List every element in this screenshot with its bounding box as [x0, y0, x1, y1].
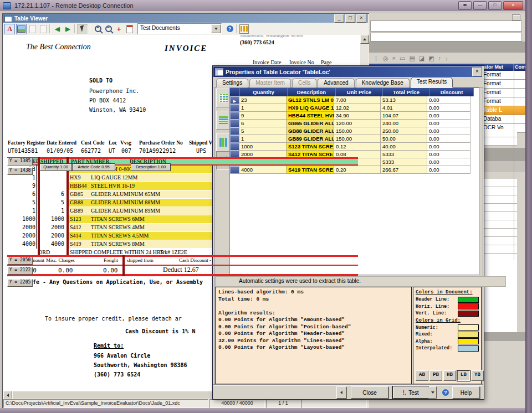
cell-unit-price[interactable]: 12.02 — [334, 104, 381, 112]
rdp-fullscreen-button[interactable]: ◂▸ — [458, 1, 472, 10]
cell-quantity[interactable]: 1 — [239, 104, 287, 112]
cell-discount[interactable]: 0.00 — [427, 96, 470, 104]
cell-unit-price[interactable]: 150.00 — [334, 127, 381, 135]
tv-close-button[interactable]: × — [356, 14, 366, 23]
cell-quantity[interactable]: 1 — [239, 135, 287, 143]
cell-quantity[interactable]: 23 — [239, 96, 287, 104]
cell-unit-price[interactable]: 150.00 — [334, 135, 381, 143]
rdp-minimize-button[interactable]: — — [473, 1, 487, 10]
table-row[interactable]: 4000 S419 TITAN SCRE 0.20 266.67 0.00 — [230, 166, 479, 174]
delete-icon[interactable]: × — [392, 55, 396, 61]
combo-dropdown-button[interactable] — [211, 24, 221, 33]
cell-unit-price[interactable]: 7.00 — [334, 96, 381, 104]
cell-description[interactable]: GB65 GLIDER ALU — [287, 120, 334, 127]
text-view-button[interactable]: A — [4, 24, 15, 34]
table-row[interactable]: 9 HBB44 STEEL HVR 34.90 104.07 0.00 — [230, 112, 479, 120]
page-forward-button[interactable]: ▶ — [63, 24, 73, 34]
back-button[interactable] — [336, 386, 346, 399]
fit-page-button[interactable]: + — [114, 24, 124, 34]
table-row[interactable]: 5 GB88 GLIDER ALU 150.00 250.00 0.00 — [230, 127, 479, 135]
row-selector[interactable] — [230, 120, 239, 127]
show-columns-button[interactable] — [216, 133, 231, 152]
cell-description[interactable]: HX9 LIQ GAUGE 12 — [287, 104, 334, 112]
cell-unit-price[interactable]: 0.12 — [334, 143, 381, 151]
column-quantity[interactable]: Quantity — [240, 88, 288, 96]
tab[interactable]: Settings — [216, 78, 248, 87]
move-down-icon[interactable]: ↓ — [445, 55, 448, 61]
cell-description[interactable]: GB89 GLIDER ALU — [287, 135, 334, 143]
cell-description[interactable]: HBB44 STEEL HVR — [287, 112, 334, 120]
algorithm-toggle-button[interactable]: LB — [457, 370, 470, 381]
rename-icon[interactable]: ▭ — [400, 55, 405, 62]
row-selector[interactable] — [230, 166, 239, 174]
column-comment[interactable]: Commen — [514, 64, 526, 71]
table-row[interactable]: 1 GB89 GLIDER ALU 150.00 50.00 0.00 — [230, 135, 479, 143]
close-button[interactable]: Close — [351, 386, 388, 399]
cell-description[interactable]: GB88 GLIDER ALU — [287, 127, 334, 135]
cell-total-price[interactable]: 5333 — [381, 151, 427, 158]
column-unit-price[interactable]: Unit Price — [336, 88, 383, 96]
tv-minimize-button[interactable]: _ — [334, 14, 344, 23]
cell-quantity[interactable]: 4000 — [239, 166, 287, 174]
column-total-price[interactable]: Total Price — [383, 88, 430, 96]
document-combo[interactable]: Test Documents — [137, 23, 222, 34]
rdp-close-button[interactable]: × — [503, 1, 523, 10]
show-rows-button[interactable] — [216, 111, 231, 130]
help-button[interactable]: Help — [452, 386, 480, 399]
tab[interactable]: Master Item — [249, 78, 291, 87]
table-row[interactable]: 1 HX9 LIQ GAUGE 12 12.02 4.01 0.00 — [230, 104, 479, 112]
row-selector[interactable]: ▶ — [230, 96, 239, 104]
scroll-up-button[interactable] — [360, 35, 369, 44]
tv-maximize-button[interactable]: □ — [345, 14, 355, 23]
cell-quantity[interactable]: 5 — [239, 127, 287, 135]
cell-discount[interactable]: 0.00 — [427, 104, 470, 112]
cell-total-price[interactable]: 40.00 — [381, 143, 427, 151]
cell-discount[interactable]: 0.00 — [427, 120, 470, 127]
cell-total-price[interactable]: 53.13 — [381, 96, 427, 104]
table-row[interactable]: 6 GB65 GLIDER ALU 120.00 240.00 0.00 — [230, 120, 479, 127]
cell-total-price[interactable]: 4.01 — [381, 104, 427, 112]
cell-discount[interactable]: 0.00 — [427, 166, 470, 174]
find-icon[interactable]: ◎ — [383, 55, 388, 62]
row-selector[interactable] — [230, 104, 239, 112]
cell-total-price[interactable]: 104.07 — [381, 112, 427, 120]
row-selector[interactable] — [230, 127, 239, 135]
cell-unit-price[interactable]: 120.00 — [334, 120, 381, 127]
show-cells-button[interactable] — [216, 89, 231, 107]
algorithm-toggle-button[interactable]: AB — [416, 370, 428, 381]
rdp-restore-button[interactable]: □ — [488, 1, 502, 10]
cell-unit-price[interactable]: 34.90 — [334, 112, 381, 120]
move-up-icon[interactable]: ↑ — [438, 55, 442, 61]
cell-quantity[interactable]: 6 — [239, 120, 287, 127]
prev-document-button[interactable] — [28, 24, 37, 34]
columns-button[interactable] — [239, 24, 249, 34]
cell-quantity[interactable]: 1000 — [239, 143, 287, 151]
cell-description[interactable]: S419 TITAN SCRE — [287, 166, 334, 174]
import-icon[interactable]: ◪ — [419, 55, 424, 62]
zoom-out-button[interactable]: − — [104, 24, 113, 34]
row-selector[interactable] — [230, 135, 239, 143]
panel-minimize-button[interactable] — [512, 14, 520, 20]
algorithm-toggle-button[interactable]: PB — [429, 370, 442, 381]
export-icon[interactable]: ◩ — [428, 55, 434, 62]
dialog-titlebar[interactable]: Properties of Table Locator 'TableLoc' — [213, 66, 482, 77]
tab[interactable]: Knowledge Base — [356, 78, 410, 87]
cell-discount[interactable]: 0.00 — [427, 143, 470, 151]
cell-total-price[interactable]: 240.00 — [381, 120, 427, 127]
table-row[interactable]: 1000 S123 TITAN SCRE 0.12 40.00 0.00 — [230, 143, 479, 151]
cell-description[interactable]: S123 TITAN SCRE — [287, 143, 334, 151]
column-description[interactable]: Description — [288, 88, 336, 96]
cell-total-price[interactable]: 266.67 — [381, 166, 427, 174]
cell-discount[interactable]: 0.00 — [427, 127, 470, 135]
row-selector[interactable] — [230, 112, 239, 120]
page-break-button[interactable] — [125, 24, 134, 34]
tab[interactable]: Advanced — [318, 78, 354, 87]
zoom-in-button[interactable]: + — [93, 24, 103, 34]
tab[interactable]: Test Results — [411, 77, 453, 87]
cell-unit-price[interactable]: 0.20 — [334, 166, 381, 174]
cell-discount[interactable]: 0.00 — [427, 112, 470, 120]
cell-discount[interactable]: 0.00 — [427, 158, 470, 166]
test-button[interactable]: !.Test — [393, 386, 428, 399]
cell-total-price[interactable]: 50.00 — [381, 135, 427, 143]
column-discount[interactable]: Discount — [430, 88, 474, 96]
